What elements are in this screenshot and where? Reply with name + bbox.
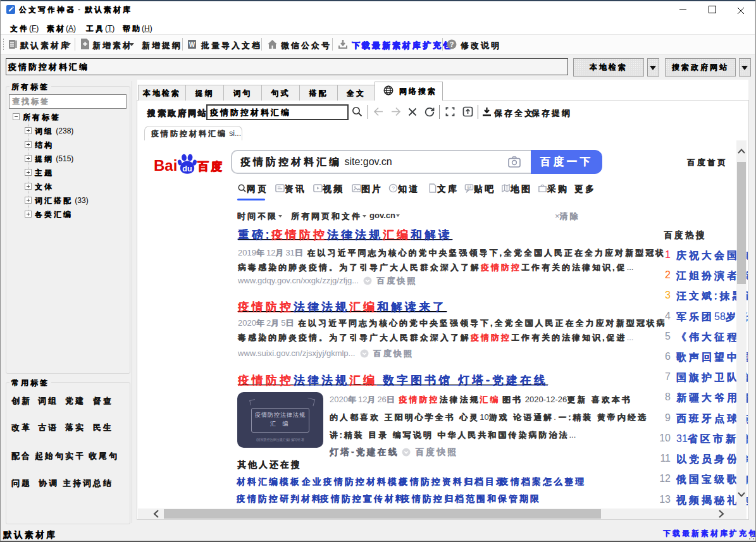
svg-text:贴: 贴 — [467, 185, 472, 190]
svg-text:?: ? — [392, 185, 395, 192]
svg-text:du: du — [183, 164, 192, 173]
svg-text:?: ? — [450, 40, 454, 48]
svg-text:W: W — [189, 41, 195, 48]
